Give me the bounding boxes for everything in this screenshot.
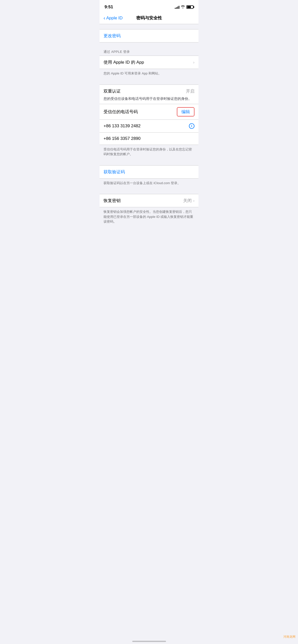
two-factor-title: 双重认证 <box>104 88 121 94</box>
info-icon-1[interactable]: i <box>189 123 194 129</box>
phone-number-2: +86 156 3357 2890 <box>104 136 141 141</box>
back-button[interactable]: ‹ Apple ID <box>104 16 123 21</box>
recovery-section: 恢复密钥 关闭 › <box>100 194 198 207</box>
two-factor-status: 开启 <box>186 88 194 94</box>
content: 更改密码 通过 APPLE 登录 使用 Apple ID 的 App › 您的 … <box>100 24 198 253</box>
info-icon-label: i <box>191 124 192 128</box>
page-title: 密码与安全性 <box>136 15 162 21</box>
verification-label: 获取验证码 <box>104 170 125 174</box>
sign-in-apple-header: 通过 APPLE 登录 <box>100 48 198 56</box>
two-factor-section: 双重认证 开启 您的受信任设备和电话号码用于在登录时验证您的身份。 受信任的电话… <box>100 85 198 145</box>
two-factor-header-row: 双重认证 开启 <box>100 85 198 96</box>
change-password-section: 更改密码 <box>100 29 198 43</box>
bottom-gap <box>100 228 198 243</box>
phone-number-row-2[interactable]: +86 156 3357 2890 <box>100 132 198 145</box>
verification-row[interactable]: 获取验证码 <box>100 166 198 178</box>
back-label: Apple ID <box>106 16 123 21</box>
recovery-label: 恢复密钥 <box>104 198 121 204</box>
status-icons <box>175 5 193 9</box>
section-gap-3 <box>100 79 198 85</box>
verification-section: 获取验证码 <box>100 165 198 179</box>
two-factor-description: 您的受信任设备和电话号码用于在登录时验证您的身份。 <box>100 96 198 104</box>
battery-icon <box>186 5 193 9</box>
change-password-label: 更改密码 <box>104 33 121 38</box>
wifi-icon <box>181 5 185 9</box>
sign-in-apple-footer: 您的 Apple ID 可用来登录 App 和网站。 <box>100 69 198 79</box>
recovery-value: 关闭 <box>183 198 192 204</box>
section-gap-2 <box>100 43 198 48</box>
phone-number-1: +86 133 3139 2482 <box>104 124 141 129</box>
recovery-row[interactable]: 恢复密钥 关闭 › <box>100 194 198 207</box>
phone-number-row-1[interactable]: +86 133 3139 2482 i <box>100 119 198 132</box>
nav-bar: ‹ Apple ID 密码与安全性 <box>100 13 198 24</box>
edit-button[interactable]: 编辑 <box>177 107 194 116</box>
change-password-row[interactable]: 更改密码 <box>100 29 198 42</box>
two-factor-footer: 受信任电话号码用于在登录时验证您的身份，以及在您忘记密码时恢复您的帐户。 <box>100 145 198 160</box>
section-gap-1 <box>100 24 198 29</box>
chevron-left-icon: ‹ <box>104 15 105 20</box>
chevron-right-icon: › <box>193 60 194 65</box>
use-apple-id-app-label: 使用 Apple ID 的 App <box>104 59 193 65</box>
trusted-phone-header-row: 受信任的电话号码 编辑 <box>100 104 198 119</box>
verification-footer: 获取验证码以在另一台设备上或在 iCloud.com 登录。 <box>100 179 198 189</box>
sign-in-apple-section: 使用 Apple ID 的 App › <box>100 56 198 69</box>
section-gap-4 <box>100 160 198 165</box>
status-bar: 9:51 <box>100 0 198 13</box>
section-gap-5 <box>100 189 198 194</box>
use-apple-id-app-row[interactable]: 使用 Apple ID 的 App › <box>100 56 198 69</box>
recovery-footer: 恢复密钥会加强您帐户的安全性。当您创建恢复密钥后，您只能使用已登录在另一部设备的… <box>100 207 198 228</box>
signal-icon <box>175 5 179 9</box>
status-time: 9:51 <box>105 5 113 10</box>
trusted-phone-label: 受信任的电话号码 <box>104 109 138 115</box>
recovery-value-container: 关闭 › <box>183 198 194 204</box>
recovery-chevron-right-icon: › <box>193 198 194 203</box>
